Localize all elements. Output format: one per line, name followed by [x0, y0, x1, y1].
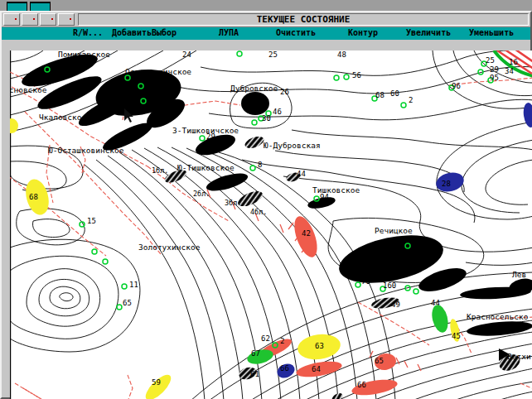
contour-line [10, 50, 43, 62]
well-number: 28 [442, 180, 451, 188]
well-number: 62 [261, 334, 270, 343]
well-number: 49 [391, 300, 400, 309]
menu-item-rw[interactable]: R/W... [73, 28, 103, 37]
system-button-1[interactable] [3, 13, 20, 26]
well-number: 94 [320, 193, 329, 201]
fault-line [128, 375, 133, 399]
contour-line [497, 392, 532, 399]
well-marker [250, 166, 255, 171]
well-number: 65 [123, 299, 132, 307]
well-number: 65 [375, 357, 384, 365]
hatched-field [244, 134, 266, 150]
well-number: 30 [262, 114, 271, 123]
well-number: 67 [251, 349, 260, 358]
oil-field [241, 92, 269, 115]
well-number: 44 [297, 170, 306, 178]
menu-item-select[interactable]: Выбор [152, 28, 177, 37]
menu-item-magnifier[interactable]: ЛУПА [219, 28, 239, 37]
well-number: 44 [146, 79, 155, 87]
field-label: Дубровское [230, 84, 278, 93]
field-label: Речицкое [375, 226, 413, 235]
well-number: 25 [486, 56, 495, 65]
menu-item-contour[interactable]: Контур [348, 28, 378, 37]
well-number: 26 [280, 88, 289, 96]
map-viewport[interactable]: ПомихарскоеосновскоеОсташковичскоеЧкалов… [10, 50, 532, 399]
field-label: Чкаловское [39, 113, 86, 122]
contour-line [412, 368, 532, 399]
well-marker [92, 249, 97, 254]
well-marker [401, 103, 406, 108]
well-number: 160 [383, 281, 396, 290]
well-number: 63 [315, 342, 324, 350]
well-number: 29 [206, 132, 215, 141]
well-number: 68 [29, 193, 38, 201]
contour-line [292, 130, 532, 150]
well-number: 96 [452, 82, 461, 90]
contour-line [60, 293, 73, 301]
system-button-2[interactable] [22, 13, 38, 26]
field-label: Ю-Дубровская [264, 141, 321, 150]
menu-item-zoom-out[interactable]: Уменьшить [469, 28, 514, 37]
well-marker [122, 284, 127, 289]
oil-field [466, 320, 532, 339]
button-dot-icon [15, 18, 17, 20]
colored-field [522, 102, 532, 128]
well-marker [103, 259, 108, 264]
well-marker [200, 136, 205, 141]
well-number: 59 [152, 378, 161, 387]
button-dot-icon [51, 18, 53, 20]
well-marker [344, 75, 349, 79]
well-number: 15 [87, 217, 96, 225]
oil-field [460, 286, 532, 300]
well-marker [237, 51, 242, 56]
colored-field [10, 118, 18, 133]
well-number: 46 [273, 108, 282, 116]
well-number: 68 [375, 91, 384, 99]
field-label: Красносельско [467, 312, 529, 321]
contour-line [486, 160, 532, 204]
menu-item-zoom-in[interactable]: Увеличить [406, 28, 451, 37]
well-number: 64 [312, 365, 321, 373]
system-button-4[interactable] [58, 13, 75, 26]
field-label: Золотухинское [138, 243, 201, 252]
titlebar: ТЕКУЩЕЕ СОСТОЯНИЕ [2, 12, 530, 26]
contour-line [466, 262, 532, 265]
block-label: 4бл. [250, 208, 267, 216]
system-button-3[interactable] [40, 13, 56, 26]
well-number: 45 [452, 332, 461, 340]
menubar: R/W... Добавить Выбор ЛУПА Очистить Конт… [2, 26, 530, 40]
block-label: 2бл. [193, 190, 210, 198]
well-number: 34 [505, 67, 514, 75]
contour-line [85, 165, 205, 399]
well-number: 24 [133, 71, 142, 79]
menu-item-clear[interactable]: Очистить [276, 28, 316, 37]
well-marker [355, 282, 360, 287]
contour-line [50, 286, 80, 309]
well-number: 95 [490, 74, 499, 82]
well-number: 44 [431, 299, 440, 307]
field-label: Лев [512, 270, 526, 279]
field-label: Помихарское [58, 50, 110, 59]
menu-item-add[interactable]: Добавить [112, 28, 152, 37]
contour-line [39, 279, 89, 315]
well-number: 42 [302, 229, 311, 238]
well-number: 66 [357, 381, 366, 389]
well-number: 56 [352, 71, 361, 79]
well-marker [117, 305, 122, 310]
well-number: 2 [280, 337, 284, 345]
well-marker [414, 289, 418, 294]
well-number: 21 [413, 239, 422, 248]
app-window: ТЕКУЩЕЕ СОСТОЯНИЕ R/W... Добавить Выбор … [0, 11, 532, 399]
well-number: 66 [280, 364, 289, 373]
block-label: 1бл. [152, 166, 168, 175]
block-label: 3бл. [225, 199, 241, 207]
well-number: 25 [268, 50, 278, 59]
field-label: Ю-Тишковское [177, 163, 235, 172]
map-canvas[interactable]: ПомихарскоеосновскоеОсташковичскоеЧкалов… [10, 50, 532, 399]
well-marker [334, 75, 339, 80]
well-number: 29 [490, 65, 499, 74]
button-dot-icon [70, 18, 71, 20]
oil-field [205, 170, 249, 195]
field-label: Ветхи [507, 352, 531, 361]
well-number: 70 [361, 277, 370, 286]
